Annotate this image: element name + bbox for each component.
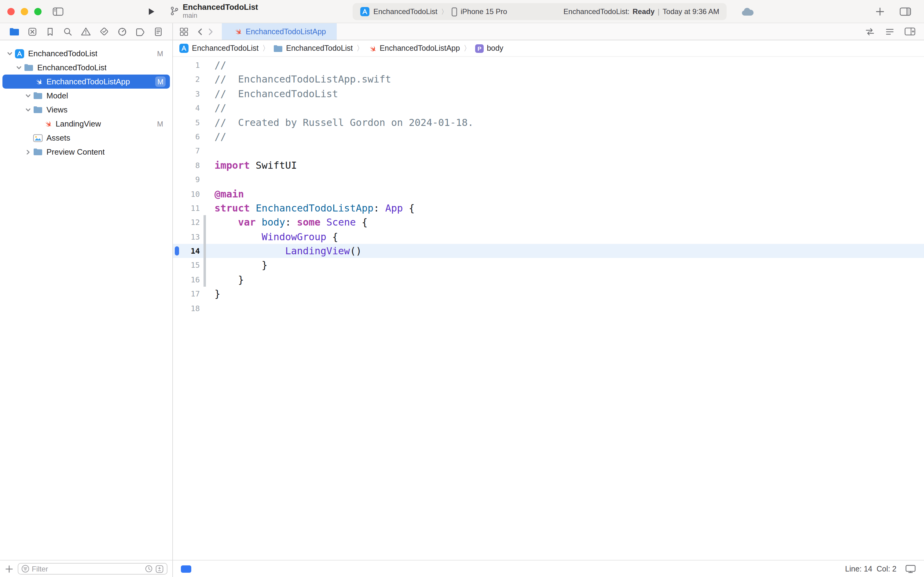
editor-layout-button[interactable] (900, 7, 911, 16)
line-number[interactable]: 4 (173, 101, 201, 115)
line-number[interactable]: 1 (173, 58, 201, 73)
code-editor[interactable]: 1//2// EnchancedTodoListApp.swift3// Enc… (173, 57, 924, 560)
issues-navigator-icon[interactable] (80, 27, 91, 36)
run-button[interactable] (146, 7, 156, 16)
code-line-18[interactable]: 18 (173, 301, 924, 315)
minimize-window-button[interactable] (21, 8, 28, 15)
tests-navigator-icon[interactable] (99, 26, 109, 37)
line-number[interactable]: 2 (173, 73, 201, 87)
breadcrumb-item-enchancedtodolist[interactable]: EnchancedTodoList (273, 44, 353, 53)
line-number[interactable]: 10 (173, 187, 201, 201)
line-col-indicator: Line: 14 Col: 2 (845, 564, 897, 573)
line-number[interactable]: 5 (173, 115, 201, 130)
add-editor-icon[interactable] (905, 27, 916, 36)
editor-layout-icon (900, 7, 911, 16)
tree-item-enchancedtodolistapp[interactable]: EnchancedTodoListAppM (2, 74, 170, 89)
add-file-icon[interactable] (5, 564, 13, 573)
line-number[interactable]: 18 (173, 301, 201, 315)
tree-item-landingview[interactable]: LandingViewM (2, 117, 170, 131)
disclosure-open-icon[interactable] (23, 106, 32, 113)
plus-icon (875, 7, 885, 16)
code-line-17[interactable]: 17} (173, 287, 924, 301)
run-destination-label[interactable]: iPhone 15 Pro (461, 7, 507, 16)
related-items-grid-icon[interactable] (179, 23, 189, 40)
editor-pane: EnchancedTodoList〉EnchancedTodoList〉Ench… (173, 40, 924, 577)
reports-navigator-icon[interactable] (154, 27, 163, 36)
line-number[interactable]: 6 (173, 130, 201, 144)
source-control-navigator-icon[interactable] (27, 27, 37, 36)
code-line-1[interactable]: 1// (173, 58, 924, 73)
breakpoints-navigator-icon[interactable] (135, 27, 146, 36)
breadcrumb-item-enchancedtodolistapp[interactable]: EnchancedTodoListApp (367, 44, 460, 53)
status-time-label: Today at 9:36 AM (663, 7, 719, 16)
debug-navigator-icon[interactable] (118, 27, 127, 36)
line-number[interactable]: 13 (173, 229, 201, 244)
code-line-14[interactable]: 14 LandingView() (173, 244, 924, 258)
build-status: EnchancedTodoList: Ready | Today at 9:36… (563, 7, 719, 16)
filter-input[interactable] (32, 564, 142, 573)
cloud-status-icon (740, 7, 754, 16)
forward-chevron-icon[interactable] (207, 23, 214, 40)
close-window-button[interactable] (7, 8, 14, 15)
code-line-10[interactable]: 10@main (173, 187, 924, 201)
back-chevron-icon[interactable] (196, 23, 203, 40)
code-line-11[interactable]: 11struct EnchancedTodoListApp: App { (173, 201, 924, 216)
breadcrumb-label: EnchancedTodoListApp (380, 44, 460, 53)
find-navigator-icon[interactable] (63, 27, 73, 36)
display-monitor-icon[interactable] (905, 564, 916, 573)
line-number[interactable]: 17 (173, 287, 201, 301)
tab-enchancedtodolistapp[interactable]: EnchancedTodoListApp (222, 23, 337, 40)
filter-field[interactable] (18, 563, 167, 575)
line-number[interactable]: 12 (173, 216, 201, 230)
disclosure-closed-icon[interactable] (23, 149, 32, 155)
line-number[interactable]: 7 (173, 144, 201, 158)
code-line-2[interactable]: 2// EnchancedTodoListApp.swift (173, 73, 924, 87)
code-line-16[interactable]: 16 } (173, 272, 924, 287)
adjust-editor-icon[interactable] (885, 27, 895, 36)
code-line-12[interactable]: 12 var body: some Scene { (173, 216, 924, 230)
activity-view[interactable]: EnchancedTodoList 〉 iPhone 15 Pro Enchan… (353, 3, 727, 20)
breadcrumb-item-enchancedtodolist[interactable]: EnchancedTodoList (179, 44, 259, 53)
disclosure-open-icon[interactable] (14, 64, 23, 71)
bookmarks-navigator-icon[interactable] (45, 27, 55, 36)
line-number[interactable]: 16 (173, 272, 201, 287)
code-line-15[interactable]: 15 } (173, 258, 924, 272)
zoom-window-button[interactable] (34, 8, 42, 15)
scheme-label[interactable]: EnchancedTodoList (373, 7, 438, 16)
disclosure-open-icon[interactable] (5, 50, 14, 56)
code-text: var body: some Scene { (208, 216, 368, 230)
code-line-5[interactable]: 5// Created by Russell Gordon on 2024-01… (173, 115, 924, 130)
window-controls (7, 8, 42, 15)
code-line-9[interactable]: 9 (173, 172, 924, 187)
tree-item-model[interactable]: Model (2, 89, 170, 103)
line-number[interactable]: 3 (173, 87, 201, 101)
breadcrumb-item-body[interactable]: Pbody (475, 44, 503, 53)
code-line-6[interactable]: 6// (173, 130, 924, 144)
code-line-13[interactable]: 13 WindowGroup { (173, 229, 924, 244)
tree-item-label: LandingView (56, 119, 101, 128)
editor-mode-icon[interactable] (181, 565, 191, 572)
tree-item-enchancedtodolist[interactable]: EnchancedTodoListM (2, 47, 170, 61)
code-line-7[interactable]: 7 (173, 144, 924, 158)
line-number[interactable]: 8 (173, 158, 201, 172)
code-review-icon[interactable] (865, 27, 875, 36)
tree-item-enchancedtodolist[interactable]: EnchancedTodoList (2, 61, 170, 74)
recents-clock-icon[interactable] (145, 565, 153, 573)
line-number[interactable]: 11 (173, 201, 201, 216)
tree-item-assets[interactable]: Assets (2, 131, 170, 145)
code-line-3[interactable]: 3// EnchancedTodoList (173, 87, 924, 101)
iphone-device-icon (452, 7, 457, 16)
code-line-4[interactable]: 4// (173, 101, 924, 115)
toggle-navigator-button[interactable] (53, 7, 64, 16)
code-line-8[interactable]: 8import SwiftUI (173, 158, 924, 172)
library-plus-button[interactable] (875, 7, 885, 16)
breadcrumb-separator: 〉 (356, 43, 364, 53)
line-number[interactable]: 15 (173, 258, 201, 272)
project-navigator-icon[interactable] (9, 27, 19, 36)
tree-item-views[interactable]: Views (2, 103, 170, 117)
line-number[interactable]: 9 (173, 172, 201, 187)
tree-item-preview-content[interactable]: Preview Content (2, 145, 170, 159)
change-bar-spacer (201, 187, 208, 201)
source-control-filter-icon[interactable] (155, 564, 164, 573)
disclosure-open-icon[interactable] (23, 93, 32, 99)
